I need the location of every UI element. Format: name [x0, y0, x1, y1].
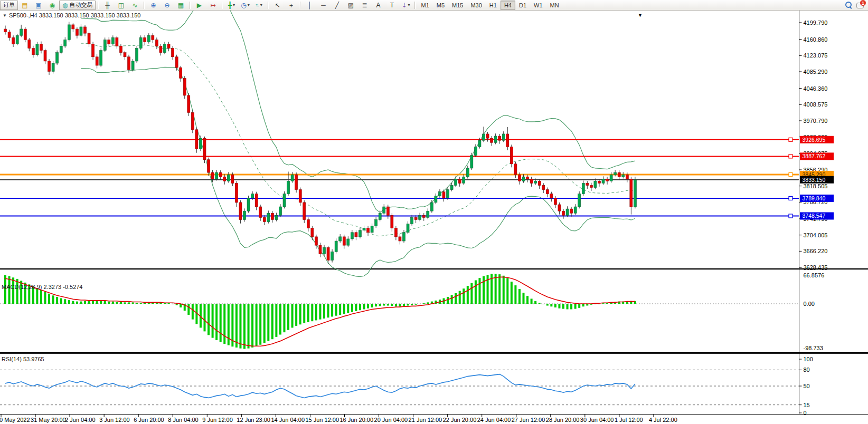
templates-icon[interactable]: ≈▾ — [252, 0, 266, 10]
macd-histogram-bar — [467, 286, 469, 304]
macd-histogram-bar — [136, 303, 138, 304]
signals-icon[interactable]: ◉ — [45, 0, 59, 10]
candle-body — [526, 177, 529, 179]
chevron-down-icon[interactable]: ▾ — [248, 3, 250, 7]
auto-trading-button[interactable]: ◍自动交易 — [59, 1, 96, 10]
scroll-end-marker[interactable]: ▼ — [638, 13, 643, 18]
chart-shift-icon[interactable]: ↦ — [206, 0, 220, 10]
candle-body — [518, 175, 521, 181]
zoom-in-icon[interactable]: ⊕ — [146, 0, 160, 10]
candle-body — [263, 217, 266, 221]
zoom-out-icon[interactable]: ⊖ — [160, 0, 174, 10]
candle-body — [191, 112, 194, 129]
timeframe-button-mn[interactable]: MN — [546, 1, 563, 10]
chart-canvas[interactable]: ▼66.85760.00-98.73310080501504199.790416… — [0, 0, 868, 424]
symbol-dropdown-icon[interactable]: ▼ — [3, 13, 7, 18]
price-tick-label: 4008.575 — [804, 101, 828, 108]
search-icon[interactable] — [845, 2, 852, 8]
candle-body — [40, 44, 42, 50]
candle-body — [474, 147, 477, 155]
text-label-icon[interactable]: T — [385, 0, 399, 10]
chevron-down-icon[interactable]: ▾ — [408, 3, 410, 7]
candle-body — [478, 140, 481, 147]
candle-body — [211, 172, 214, 179]
candle-body — [299, 190, 301, 203]
arrows-icon[interactable]: ⇣▾ — [399, 0, 412, 10]
main-price-pane[interactable]: ▼ — [0, 0, 799, 277]
line-chart-icon[interactable]: ∿ — [128, 0, 141, 10]
timeframe-button-h4[interactable]: H4 — [501, 1, 515, 10]
candle-body — [279, 207, 281, 215]
vertical-line-icon[interactable]: │ — [303, 0, 316, 10]
macd-histogram-bar — [554, 304, 556, 307]
candle-body — [566, 209, 569, 215]
cursor-icon[interactable]: ↖ — [270, 0, 284, 10]
macd-histogram-bar — [256, 304, 258, 346]
timeframe-button-d1[interactable]: D1 — [515, 1, 530, 10]
text-icon[interactable]: A — [371, 0, 385, 10]
publish-icon-glyph: ▣ — [35, 2, 41, 8]
macd-pane[interactable]: 66.85760.00-98.733 — [0, 272, 824, 351]
periods-icon[interactable]: ◷▾ — [238, 0, 252, 10]
macd-histogram-bar — [271, 304, 273, 339]
hline-handle[interactable] — [789, 196, 792, 200]
candle-body — [574, 207, 577, 213]
timeframe-button-m1[interactable]: M1 — [417, 1, 432, 10]
candlestick-chart-icon[interactable]: ◫ — [114, 0, 128, 10]
candle-body — [530, 179, 533, 183]
candle-body — [419, 215, 421, 219]
macd-histogram-bar — [275, 304, 277, 337]
macd-histogram-bar — [483, 276, 485, 304]
horizontal-line-icon[interactable]: ─ — [316, 0, 330, 10]
macd-histogram-bar — [594, 304, 596, 304]
candle-body — [383, 207, 385, 213]
hline-handle[interactable] — [789, 155, 792, 158]
timeframe-button-m15[interactable]: M15 — [448, 1, 467, 10]
auto-scroll-icon[interactable]: ▶ — [192, 0, 206, 10]
candle-body — [235, 183, 238, 203]
equidistant-channel-icon[interactable]: ▨ — [344, 0, 357, 10]
fibonacci-icon[interactable]: ≣ — [357, 0, 371, 10]
candle-body — [152, 35, 154, 40]
chat-icon[interactable]: 1 — [856, 2, 865, 8]
new-order-button[interactable]: 订单 — [0, 1, 18, 10]
price-tick-label: 3970.790 — [804, 118, 828, 124]
trendline-icon[interactable]: ╱ — [330, 0, 344, 10]
candle-body — [80, 27, 82, 35]
toolbar: 订单▤▣◉◍自动交易╫◫∿⊕⊖▦▶↦╋▾◷▾≈▾↖＋│─╱▨≣AT⇣▾M1M5M… — [0, 0, 868, 11]
candle-body — [363, 228, 365, 230]
candle-body — [227, 175, 230, 181]
chart-window-icon[interactable]: ▤ — [18, 0, 32, 10]
hline-handle[interactable] — [789, 172, 792, 176]
candle-body — [466, 168, 469, 177]
rsi-pane[interactable]: 1008050150 — [0, 356, 813, 416]
timeframe-button-m30[interactable]: M30 — [467, 1, 485, 10]
publish-icon[interactable]: ▣ — [32, 0, 45, 10]
time-axis[interactable]: 30 May 202231 May 20:002 Jun 04:003 Jun … — [0, 415, 677, 423]
candle-body — [159, 46, 162, 52]
chevron-down-icon[interactable]: ▾ — [260, 3, 262, 7]
indicators-icon[interactable]: ╋▾ — [224, 0, 238, 10]
price-tick-label: 4085.290 — [804, 69, 828, 75]
candle-body — [96, 57, 98, 65]
hline-handle[interactable] — [789, 214, 792, 218]
candle-body — [323, 247, 326, 254]
macd-histogram-bar — [287, 304, 289, 330]
candle-body — [394, 228, 397, 237]
trendline-icon-glyph: ╱ — [335, 2, 339, 8]
timeframe-button-h1[interactable]: H1 — [486, 1, 501, 10]
rsi-scale-label: 0 — [804, 410, 807, 416]
candle-body — [411, 217, 413, 224]
timeframe-button-m5[interactable]: M5 — [433, 1, 448, 10]
chevron-down-icon[interactable]: ▾ — [233, 3, 235, 7]
hline-handle[interactable] — [789, 138, 792, 141]
candle-body — [542, 185, 545, 189]
macd-histogram-bar — [192, 304, 194, 320]
crosshair-icon[interactable]: ＋ — [284, 0, 298, 10]
bar-chart-icon[interactable]: ╫ — [100, 0, 114, 10]
macd-histogram-bar — [570, 304, 572, 309]
macd-histogram-bar — [395, 304, 397, 306]
tile-windows-icon[interactable]: ▦ — [174, 0, 187, 10]
macd-histogram-bar — [132, 302, 134, 304]
timeframe-button-w1[interactable]: W1 — [530, 1, 546, 10]
